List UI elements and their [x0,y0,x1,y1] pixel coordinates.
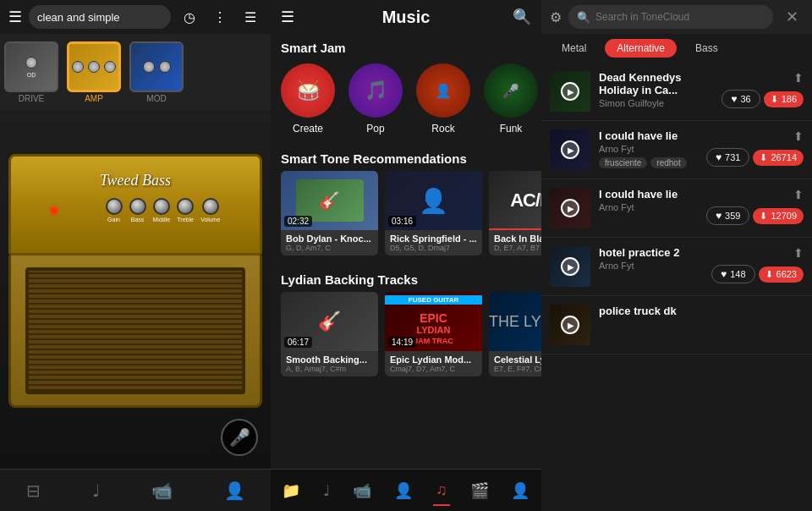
dl-icon-1: ⬇ [771,94,778,105]
backing-card-2[interactable]: FUSED GUITAR EPIC LYDIAN JAM TRAC 14:19 … [385,292,482,376]
jam-funk[interactable]: 🎤 Funk [484,63,538,135]
tone-item-3[interactable]: ▶ I could have lie Arno Fyt ⬆ ♥ 359 ⬇ [541,179,812,238]
dl-btn-1[interactable]: ⬇ 186 [764,91,804,107]
play-btn-5[interactable]: ▶ [561,316,579,334]
tone-info-4: hotel practice 2 Arno Fyt [599,246,703,274]
jam-pop[interactable]: 🎵 Pop [348,63,403,135]
jam-create[interactable]: 🥁 Create [281,63,335,135]
bass-knob[interactable] [129,198,146,215]
tone-item-1[interactable]: ▶ Dead Kennedys Holiday in Ca... Simon G… [541,63,812,121]
close-button[interactable]: ✕ [780,5,804,29]
middle-header: ☰ Music 🔍 [271,0,541,34]
heart-icon-4: ♥ [721,268,727,280]
tone-stat-like-1: ♥ 36 ⬇ 186 [721,90,804,108]
mod-label: MOD [146,94,166,103]
dl-count-1: 186 [782,94,797,104]
play-btn-3[interactable]: ▶ [561,199,579,217]
gain-knob[interactable] [106,198,123,215]
filter-tabs: Metal Alternative Bass [541,34,812,63]
dl-btn-2[interactable]: ⬇ 26714 [753,150,804,166]
like-count-4: 148 [730,269,745,279]
middle-nav-music[interactable]: ♫ [436,481,447,499]
heart-icon-2: ♥ [716,151,721,163]
middle-nav-profile2[interactable]: 👤 [511,481,529,500]
volume-knob[interactable] [202,198,219,215]
jam-rock[interactable]: 👤 Rock [416,63,470,135]
dl-btn-3[interactable]: ⬇ 12709 [753,208,804,224]
tone-name-2: I could have lie [599,129,698,142]
share-icon-2[interactable]: ⬆ [793,129,804,143]
like-btn-1[interactable]: ♥ 36 [721,90,760,108]
backing-card-2-meta: Cmaj7, D7, Am7, C [390,365,477,373]
share-icon-3[interactable]: ⬆ [793,188,804,201]
more-icon[interactable]: ⋮ [208,5,232,29]
tone-name-3: I could have lie [599,188,698,201]
backing-card-2-duration: 14:19 [388,337,416,348]
filter-alternative[interactable]: Alternative [605,39,677,58]
tone-card-2-info: Rick Springfield - ... D5, G5, D, Dmaj7 [385,230,482,256]
middle-nav-video2[interactable]: 🎬 [470,481,489,500]
backing-card-1[interactable]: 🎸 06:17 Smooth Backing... A, B, Amaj7, C… [281,292,378,376]
like-btn-2[interactable]: ♥ 731 [706,148,749,167]
menu-icon[interactable]: ☰ [8,8,22,26]
play-overlay-5: ▶ [550,305,590,345]
play-icon-4: ▶ [568,262,574,272]
knob-gain: Gain [106,198,123,223]
middle-nav-presets[interactable]: 📁 [282,481,300,500]
tone-card-3[interactable]: AC/DC Back In Black D, E7, A7, B7 [489,171,541,256]
share-icon-1[interactable]: ⬆ [793,71,804,85]
jam-rock-label: Rock [431,123,454,135]
middle-video2-icon: 🎬 [470,481,489,500]
nav-presets[interactable]: ⊟ [26,481,41,501]
list-icon[interactable]: ☰ [239,5,262,29]
nav-profile[interactable]: 👤 [224,481,245,501]
backing-card-3[interactable]: THE LYDIAN MIS... 🎤 Celestial Lydian... … [489,292,541,376]
play-btn-1[interactable]: ▶ [561,82,579,101]
drive-label: DRIVE [19,94,45,103]
lydian-title: Lydian Backing Tracks [271,266,541,292]
middle-nav-video[interactable]: 📹 [353,481,371,500]
middle-search-icon[interactable]: 🔍 [513,8,531,26]
like-btn-3[interactable]: ♥ 359 [706,206,749,225]
nav-tones[interactable]: ♩ [92,481,100,501]
treble-knob[interactable] [177,198,194,215]
tone-stat-like-2: ♥ 731 ⬇ 26714 [706,148,804,167]
tone-card-1-meta: G, D, Am7, C [286,244,373,252]
recommendations-row: 🎸 02:32 Bob Dylan - Knoc... G, D, Am7, C… [271,171,541,266]
middle-menu-icon[interactable]: ☰ [281,8,294,26]
tone-card-1[interactable]: 🎸 02:32 Bob Dylan - Knoc... G, D, Am7, C [281,171,378,256]
like-btn-4[interactable]: ♥ 148 [711,265,754,283]
dl-count-2: 26714 [771,152,797,162]
tone-item-2[interactable]: ▶ I could have lie Arno Fyt frusciente r… [541,121,812,179]
jam-create-circle: 🥁 [281,63,335,118]
history-icon[interactable]: ◷ [178,5,201,29]
dl-btn-4[interactable]: ⬇ 6623 [759,266,804,283]
tone-item-4[interactable]: ▶ hotel practice 2 Arno Fyt ⬆ ♥ 148 ⬇ [541,238,812,296]
dl-icon-3: ⬇ [760,211,767,222]
middle-nav-tones[interactable]: ♩ [323,481,330,500]
nav-video[interactable]: 📹 [151,481,173,501]
right-search-container[interactable]: 🔍 [568,5,773,29]
effect-item-mod[interactable]: MOD [127,41,186,103]
tone-item-5[interactable]: ▶ police truck dk [541,296,812,354]
middle-knob[interactable] [153,198,170,215]
tone-name-5: police truck dk [599,305,795,317]
effect-item-drive[interactable]: OD DRIVE [2,41,61,103]
smart-tone-title: Smart Tone Recommendations [271,145,541,171]
share-icon-4[interactable]: ⬆ [793,246,804,260]
jam-funk-label: Funk [500,123,523,135]
middle-nav-profile[interactable]: 👤 [394,481,413,500]
right-search-input[interactable] [595,11,765,23]
filter-bass[interactable]: Bass [683,39,730,58]
play-btn-4[interactable]: ▶ [561,257,579,276]
play-btn-2[interactable]: ▶ [561,140,579,159]
tag-redhot: redhot [650,157,686,168]
effect-item-amp[interactable]: AMP [64,41,123,103]
mic-button[interactable]: 🎤 [221,419,258,456]
tone-card-2[interactable]: 👤 03:16 Rick Springfield - ... D5, G5, D… [385,171,482,256]
filter-metal[interactable]: Metal [550,39,598,58]
filter-icon[interactable]: ⚙ [550,9,562,25]
like-count-3: 359 [725,211,740,221]
left-search-bar[interactable]: clean and simple [29,5,171,29]
middle-label: Middle [153,217,171,223]
